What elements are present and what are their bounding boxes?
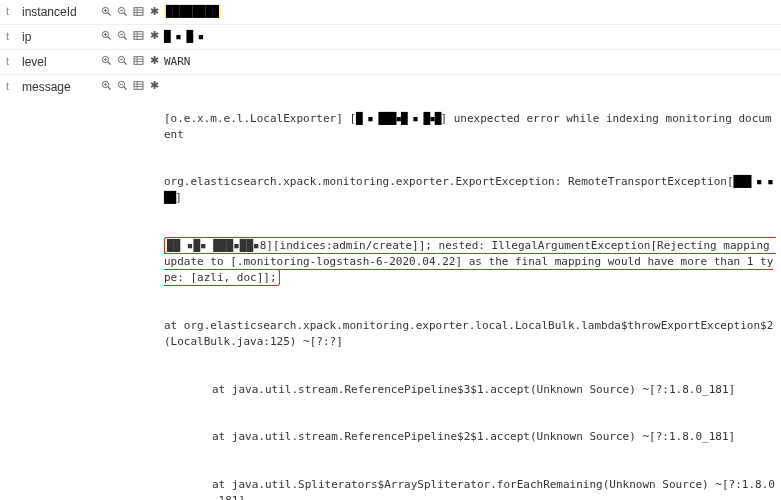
message-value: [o.e.x.m.e.l.LocalExporter] [█ ▪ ███▪█ ▪… — [164, 79, 775, 500]
field-type: t — [6, 4, 22, 17]
log-line: at java.util.stream.ReferencePipeline$2$… — [164, 429, 775, 445]
field-value: █ ▪ █ ▪ — [164, 29, 775, 45]
field-value: ████████ — [164, 4, 775, 20]
log-line: [o.e.x.m.e.l.LocalExporter] [█ ▪ ███▪█ ▪… — [164, 111, 775, 143]
table-icon[interactable] — [132, 55, 144, 67]
svg-line-34 — [107, 87, 110, 90]
zoom-out-icon[interactable] — [116, 30, 128, 42]
svg-line-16 — [123, 37, 126, 40]
field-name: level — [22, 54, 100, 69]
field-type: t — [6, 29, 22, 42]
star-icon[interactable]: ✱ — [148, 80, 160, 92]
boxed-error: ██ ▪█▪ ███▪██▪8][indices:admin/create]];… — [164, 238, 775, 286]
zoom-out-icon[interactable] — [116, 80, 128, 92]
svg-line-5 — [123, 12, 126, 15]
svg-line-12 — [107, 37, 110, 40]
zoom-in-icon[interactable] — [100, 80, 112, 92]
field-name: instanceId — [22, 4, 100, 19]
star-icon[interactable]: ✱ — [148, 30, 160, 42]
zoom-in-icon[interactable] — [100, 30, 112, 42]
zoom-out-icon[interactable] — [116, 5, 128, 17]
field-row-instanceid: t instanceId ✱ ████████ — [0, 0, 781, 25]
svg-line-38 — [123, 87, 126, 90]
zoom-out-icon[interactable] — [116, 55, 128, 67]
field-row-level: t level ✱ WARN — [0, 50, 781, 75]
star-icon[interactable]: ✱ — [148, 5, 160, 17]
field-name: ip — [22, 29, 100, 44]
svg-rect-40 — [134, 82, 143, 90]
log-line: at java.util.Spliterators$ArraySpliterat… — [164, 477, 775, 500]
zoom-in-icon[interactable] — [100, 55, 112, 67]
field-name: message — [22, 79, 100, 94]
table-icon[interactable] — [132, 80, 144, 92]
field-tools: ✱ — [100, 79, 164, 92]
svg-rect-18 — [134, 32, 143, 40]
field-row-message: t message ✱ [o.e.x.m.e.l.LocalExporter] … — [0, 75, 781, 500]
highlighted-value: ████████ — [164, 5, 221, 18]
svg-line-23 — [107, 62, 110, 65]
table-icon[interactable] — [132, 30, 144, 42]
log-line: org.elasticsearch.xpack.monitoring.expor… — [164, 174, 775, 206]
svg-rect-7 — [134, 7, 143, 15]
field-row-ip: t ip ✱ █ ▪ █ ▪ — [0, 25, 781, 50]
field-value: WARN — [164, 54, 775, 70]
field-tools: ✱ — [100, 54, 164, 67]
field-tools: ✱ — [100, 4, 164, 17]
svg-line-27 — [123, 62, 126, 65]
field-type: t — [6, 54, 22, 67]
svg-line-1 — [107, 12, 110, 15]
svg-rect-29 — [134, 57, 143, 65]
star-icon[interactable]: ✱ — [148, 55, 160, 67]
log-line: at java.util.stream.ReferencePipeline$3$… — [164, 382, 775, 398]
table-icon[interactable] — [132, 5, 144, 17]
log-line: at org.elasticsearch.xpack.monitoring.ex… — [164, 318, 775, 350]
field-tools: ✱ — [100, 29, 164, 42]
field-type: t — [6, 79, 22, 92]
zoom-in-icon[interactable] — [100, 5, 112, 17]
